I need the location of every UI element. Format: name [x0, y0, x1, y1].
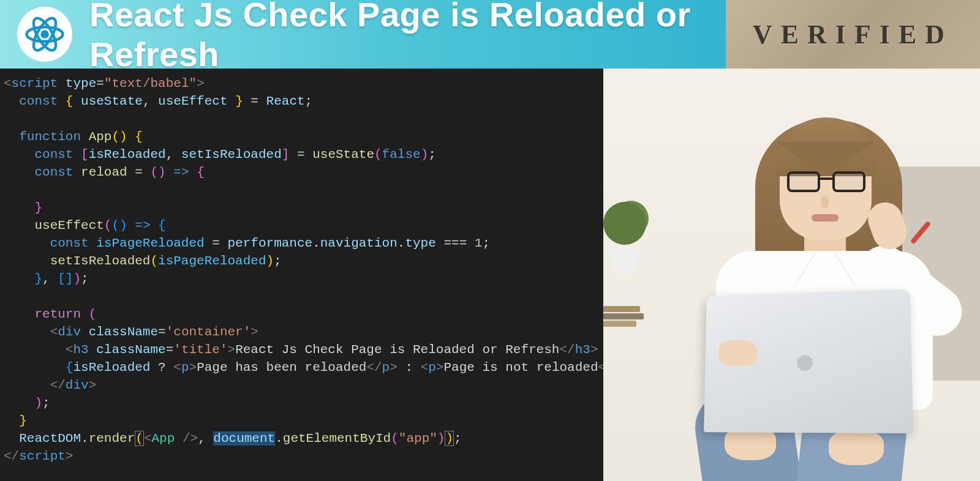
plant-decor [603, 202, 651, 275]
react-logo [17, 7, 72, 62]
verified-badge: VERIFIED [726, 0, 980, 69]
svg-point-0 [40, 30, 48, 38]
hero-photo [603, 69, 980, 481]
woman-with-laptop [657, 83, 976, 481]
page-header: React Js Check Page is Reloaded or Refre… [0, 0, 980, 69]
content-row: <script type="text/babel"> const { useSt… [0, 69, 980, 481]
code-editor[interactable]: <script type="text/babel"> const { useSt… [0, 69, 603, 481]
react-atom-icon [22, 12, 67, 57]
books-decor [603, 306, 645, 330]
page-title: React Js Check Page is Reloaded or Refre… [89, 0, 726, 74]
